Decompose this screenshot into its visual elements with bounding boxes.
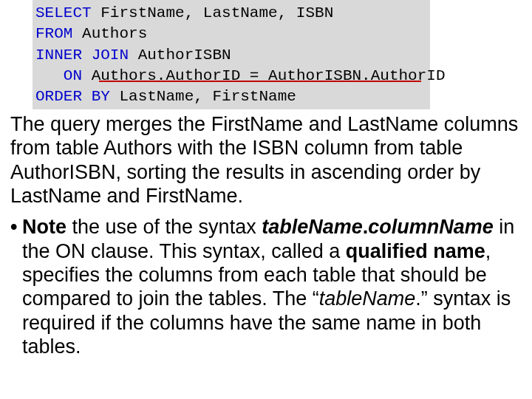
code-text: LastName, FirstName [110,88,296,105]
code-text: Authors [72,25,147,42]
keyword-from: FROM [35,25,72,42]
keyword-on: ON [64,67,82,84]
code-line-4: ON Authors.AuthorID = AuthorISBN.AuthorI… [35,66,427,86]
code-line-2: FROM Authors [35,24,427,44]
table-name-italic: tableName [319,287,416,310]
keyword-by: BY [92,88,110,105]
code-line-1: SELECT FirstName, LastName, ISBN [35,3,427,24]
note-text: Note the use of the syntax tableName.col… [22,215,525,358]
code-line-5: ORDER BY LastName, FirstName [35,86,427,107]
code-text: AuthorISBN [129,47,231,64]
keyword-inner: INNER [35,47,82,64]
qualified-name-em: qualified name [346,240,485,262]
bullet-mark: • [10,215,22,358]
sql-code-block: SELECT FirstName, LastName, ISBN FROM Au… [33,0,430,109]
paragraph-1: The query merges the FirstName and LastN… [10,112,525,208]
keyword-select: SELECT [35,4,92,21]
table-name-em: tableName [262,216,363,238]
red-underline [99,81,421,82]
keyword-join: JOIN [92,47,129,64]
column-name-em: columnName [368,216,494,238]
keyword-order: ORDER [35,88,82,105]
code-text: FirstName, LastName, ISBN [92,4,334,21]
code-line-3: INNER JOIN AuthorISBN [35,45,427,66]
note-lead: Note [22,216,66,238]
explanation-text: The query merges the FirstName and LastN… [10,112,525,359]
note-bullet: • Note the use of the syntax tableName.c… [10,215,525,358]
